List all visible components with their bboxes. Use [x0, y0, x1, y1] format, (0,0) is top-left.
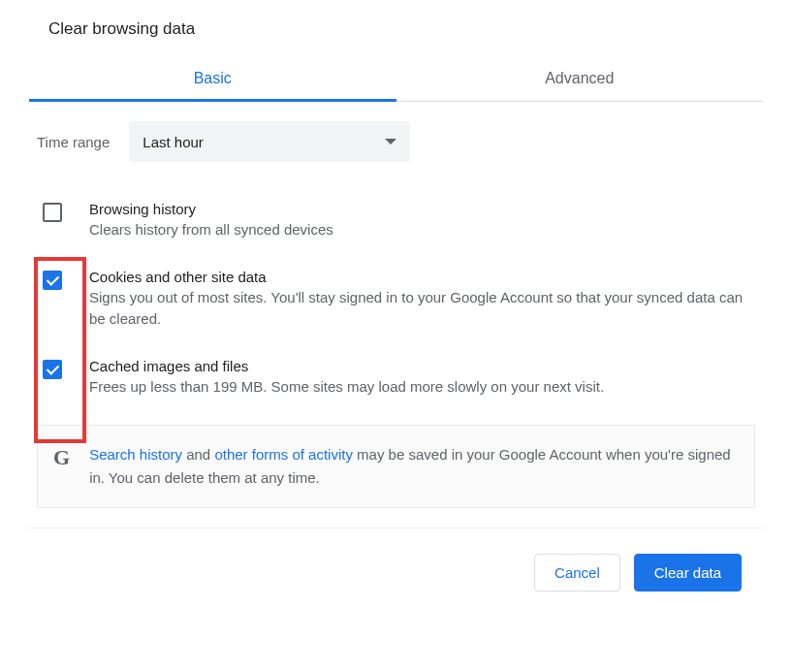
tab-advanced[interactable]: Advanced	[396, 56, 764, 101]
dialog-title: Clear browsing data	[48, 19, 763, 39]
cancel-button[interactable]: Cancel	[534, 554, 620, 592]
checkbox-cookies[interactable]	[43, 271, 62, 290]
info-text: Search history and other forms of activi…	[89, 443, 739, 490]
options-list: Browsing history Clears history from all…	[29, 185, 763, 518]
google-logo-icon: G	[53, 445, 70, 470]
google-account-info: G Search history and other forms of acti…	[37, 425, 755, 508]
option-desc: Clears history from all synced devices	[89, 219, 333, 241]
time-range-row: Time range Last hour	[29, 102, 763, 185]
option-desc: Frees up less than 199 MB. Some sites ma…	[89, 376, 604, 399]
tabs-container: Basic Advanced	[29, 56, 763, 102]
option-text: Cookies and other site data Signs you ou…	[89, 269, 755, 331]
time-range-label: Time range	[37, 134, 110, 150]
option-title: Browsing history	[89, 201, 333, 217]
time-range-select[interactable]: Last hour	[129, 121, 410, 162]
option-text: Browsing history Clears history from all…	[89, 201, 333, 241]
option-title: Cookies and other site data	[89, 269, 755, 285]
clear-data-button[interactable]: Clear data	[634, 554, 742, 592]
info-mid1: and	[182, 446, 214, 463]
option-cache: Cached images and files Frees up less th…	[29, 348, 763, 416]
chevron-down-icon	[385, 139, 396, 144]
dialog-footer: Cancel Clear data	[29, 528, 763, 592]
option-desc: Signs you out of most sites. You'll stay…	[89, 287, 755, 331]
other-activity-link[interactable]: other forms of activity	[214, 446, 353, 463]
option-title: Cached images and files	[89, 358, 604, 374]
option-cookies: Cookies and other site data Signs you ou…	[29, 259, 763, 348]
option-text: Cached images and files Frees up less th…	[89, 358, 604, 399]
option-browsing-history: Browsing history Clears history from all…	[29, 191, 763, 259]
checkbox-cache[interactable]	[43, 360, 62, 379]
tab-basic[interactable]: Basic	[29, 56, 396, 101]
time-range-value: Last hour	[143, 134, 204, 150]
search-history-link[interactable]: Search history	[89, 446, 182, 463]
checkbox-browsing-history[interactable]	[43, 203, 62, 222]
